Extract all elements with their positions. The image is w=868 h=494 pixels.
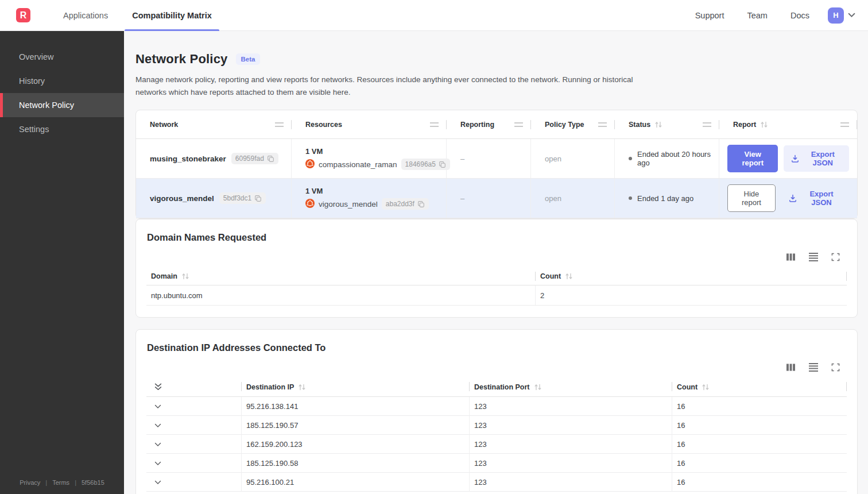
destination-port-cell: 123: [470, 416, 672, 435]
terms-link[interactable]: Terms: [52, 479, 69, 486]
policy-type-cell: open: [531, 139, 615, 178]
domains-card: Domain Names Requested Domain: [135, 219, 858, 318]
network-name: vigorous_mendel: [150, 194, 214, 203]
column-header-status[interactable]: Status: [615, 110, 719, 138]
destination-row[interactable]: 162.159.200.123 123 16: [146, 435, 847, 454]
network-id-badge: 5bdf3dc1: [219, 192, 266, 204]
sidebar-item-settings[interactable]: Settings: [0, 117, 124, 141]
destinations-table: Destination IP Destination Port: [146, 377, 847, 492]
columns-icon[interactable]: [786, 253, 796, 261]
status-cell: Ended about 20 hours ago: [615, 139, 719, 178]
vm-count: 1 VM: [305, 187, 323, 195]
sort-icon[interactable]: [534, 384, 542, 391]
column-header-policy-type: Policy Type: [531, 110, 615, 138]
divider: |: [75, 479, 76, 486]
destination-port-cell: 123: [470, 435, 672, 454]
export-json-button[interactable]: Export JSON: [781, 185, 849, 211]
domains-table-header: Domain Count: [146, 267, 847, 285]
privacy-link[interactable]: Privacy: [20, 479, 40, 486]
network-cell: musing_stonebraker 60959fad: [136, 139, 292, 178]
copy-icon[interactable]: [254, 195, 262, 202]
nav-link-team[interactable]: Team: [735, 11, 778, 20]
copy-icon[interactable]: [417, 200, 425, 208]
drag-handle-icon[interactable]: [275, 122, 284, 127]
destination-row[interactable]: 95.216.100.21 123 16: [146, 473, 847, 492]
column-header-resources: Resources: [292, 110, 447, 138]
networks-table: Network Resources Reporting Policy: [136, 110, 857, 218]
expand-row-button[interactable]: [146, 435, 242, 454]
vm-name[interactable]: vigorous_mendel: [319, 200, 378, 209]
network-row-vigorous-mendel[interactable]: vigorous_mendel 5bdf3dc1 1 VM: [136, 179, 857, 218]
drag-handle-icon[interactable]: [703, 122, 711, 127]
destination-port-cell: 123: [470, 454, 672, 473]
domain-cell: ntp.ubuntu.com: [146, 285, 536, 305]
network-cell: vigorous_mendel 5bdf3dc1: [136, 179, 292, 218]
sort-icon[interactable]: [565, 273, 573, 280]
expand-icon[interactable]: [831, 253, 840, 261]
hide-report-button[interactable]: Hide report: [727, 184, 776, 212]
user-avatar[interactable]: H: [828, 7, 844, 24]
vm-id-badge: 184696a5: [401, 159, 450, 170]
download-icon: [791, 155, 799, 163]
ubuntu-icon: [305, 199, 315, 210]
sort-icon[interactable]: [181, 273, 189, 280]
chevron-down-icon[interactable]: [848, 13, 855, 18]
sidebar-item-history[interactable]: History: [0, 69, 124, 93]
column-header-domain[interactable]: Domain: [146, 267, 536, 285]
drag-handle-icon[interactable]: [430, 122, 439, 127]
top-nav: R Applications Compatibility Matrix Supp…: [0, 0, 868, 31]
network-row-musing-stonebraker[interactable]: musing_stonebraker 60959fad 1 VM: [136, 139, 857, 179]
column-header-report[interactable]: Report: [719, 110, 857, 138]
build-id: 5f56b15: [82, 479, 104, 486]
expand-all-rows-button[interactable]: [146, 377, 242, 396]
rows-icon[interactable]: [808, 252, 819, 261]
column-header-destination-ip[interactable]: Destination IP: [242, 377, 470, 396]
destination-port-cell: 123: [470, 473, 672, 492]
drag-handle-icon[interactable]: [598, 122, 607, 127]
status-dot-icon: [629, 196, 632, 200]
expand-icon[interactable]: [831, 363, 840, 372]
sidebar-item-network-policy[interactable]: Network Policy: [0, 93, 124, 117]
drag-handle-icon[interactable]: [514, 122, 523, 127]
count-cell: 16: [672, 454, 847, 473]
sort-icon[interactable]: [298, 384, 306, 391]
destinations-card: Destination IP Addresses Connected To: [135, 329, 858, 494]
page-title: Network Policy: [135, 52, 228, 67]
vm-count: 1 VM: [305, 147, 323, 156]
vm-name[interactable]: compassionate_raman: [319, 160, 397, 169]
column-header-count[interactable]: Count: [672, 377, 847, 396]
count-cell: 2: [536, 285, 847, 305]
page-description: Manage network policy, reporting and vie…: [135, 74, 641, 98]
expand-row-button[interactable]: [146, 473, 242, 492]
column-header-count[interactable]: Count: [536, 267, 847, 285]
domains-table: Domain Count ntp.ub: [146, 267, 847, 306]
resources-cell: 1 VM compassionate_raman 184696a5: [292, 139, 447, 178]
columns-icon[interactable]: [786, 363, 796, 372]
destination-row[interactable]: 185.125.190.57 123 16: [146, 416, 847, 435]
copy-icon[interactable]: [267, 155, 274, 163]
top-nav-left: R Applications Compatibility Matrix: [0, 0, 224, 30]
nav-link-support[interactable]: Support: [684, 11, 736, 20]
rows-icon[interactable]: [808, 362, 819, 372]
expand-row-button[interactable]: [146, 454, 242, 473]
tab-compatibility-matrix[interactable]: Compatibility Matrix: [120, 0, 224, 31]
drag-handle-icon[interactable]: [840, 122, 849, 127]
tab-applications[interactable]: Applications: [51, 0, 120, 31]
column-header-destination-port[interactable]: Destination Port: [470, 377, 672, 396]
sort-icon[interactable]: [702, 384, 710, 391]
domain-row[interactable]: ntp.ubuntu.com 2: [146, 285, 847, 306]
sidebar-item-overview[interactable]: Overview: [0, 45, 124, 69]
expand-row-button[interactable]: [146, 416, 242, 435]
destinations-card-title: Destination IP Addresses Connected To: [146, 342, 847, 353]
export-json-button[interactable]: Export JSON: [784, 145, 849, 172]
copy-icon[interactable]: [439, 161, 446, 168]
app-logo[interactable]: R: [16, 8, 30, 22]
expand-row-button[interactable]: [146, 397, 242, 416]
sort-icon[interactable]: [760, 121, 768, 128]
nav-link-docs[interactable]: Docs: [779, 11, 821, 20]
destination-row[interactable]: 185.125.190.58 123 16: [146, 454, 847, 473]
policy-type-cell: open: [531, 179, 615, 218]
destination-row[interactable]: 95.216.138.141 123 16: [146, 397, 847, 416]
sort-icon[interactable]: [654, 121, 662, 128]
view-report-button[interactable]: View report: [727, 145, 778, 172]
